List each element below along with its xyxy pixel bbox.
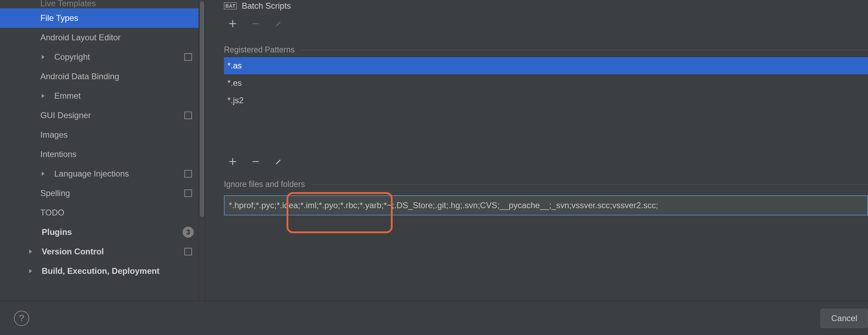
sidebar-item-label: Spelling: [40, 188, 178, 198]
scope-icon: [178, 248, 199, 255]
sidebar-item-label: Live Templates: [40, 0, 178, 8]
sidebar-item-copyright[interactable]: Copyright: [0, 47, 199, 67]
sidebar-item-label: GUI Designer: [40, 111, 178, 120]
expand-arrow-icon[interactable]: [40, 171, 54, 177]
pattern-row[interactable]: *.es: [224, 74, 868, 92]
sidebar-item-live-templates[interactable]: Live Templates: [0, 0, 199, 8]
sidebar-item-label: Copyright: [54, 52, 178, 62]
registered-patterns-list[interactable]: *.as*.es*.js2: [224, 57, 868, 148]
filetype-toolbar: [224, 12, 868, 35]
sidebar-item-plugins[interactable]: Plugins3: [0, 222, 199, 242]
sidebar-item-label: File Types: [40, 13, 178, 23]
sidebar-item-gui-designer[interactable]: GUI Designer: [0, 106, 199, 125]
scope-icon: [178, 170, 199, 178]
sidebar-item-language-injections[interactable]: Language Injections: [0, 164, 199, 183]
scope-icon: [178, 112, 199, 119]
sidebar-item-android-data-binding[interactable]: Android Data Binding: [0, 67, 199, 86]
sidebar-scrollbar[interactable]: [199, 0, 205, 301]
edit-pattern-button[interactable]: [273, 156, 284, 167]
remove-pattern-button[interactable]: [250, 156, 261, 167]
cancel-button[interactable]: Cancel: [820, 309, 868, 328]
remove-filetype-button[interactable]: [250, 18, 261, 29]
sidebar-item-label: Intentions: [40, 149, 178, 159]
settings-content: BAT Batch Scripts Registered Patterns *.…: [205, 0, 868, 301]
ignore-files-input[interactable]: [224, 195, 868, 215]
patterns-toolbar: [224, 150, 868, 173]
sidebar-item-label: Build, Execution, Deployment: [42, 266, 178, 276]
dialog-footer: ? Cancel: [0, 301, 868, 335]
sidebar-item-label: Version Control: [42, 247, 178, 256]
expand-arrow-icon[interactable]: [40, 93, 54, 99]
expand-arrow-icon[interactable]: [28, 268, 42, 274]
expand-arrow-icon[interactable]: [40, 54, 54, 60]
pattern-row[interactable]: *.as: [224, 57, 868, 74]
sidebar-item-android-layout-editor[interactable]: Android Layout Editor: [0, 28, 199, 47]
sidebar-item-emmet[interactable]: Emmet: [0, 86, 199, 106]
sidebar-item-label: Language Injections: [54, 169, 178, 179]
scope-icon: [178, 189, 199, 197]
add-pattern-button[interactable]: [227, 156, 238, 167]
expand-arrow-icon[interactable]: [28, 249, 42, 254]
sidebar-item-label: Plugins: [42, 227, 178, 237]
registered-patterns-label: Registered Patterns: [224, 45, 295, 55]
ignore-files-label: Ignore files and folders: [224, 180, 305, 189]
sidebar-item-images[interactable]: Images: [0, 125, 199, 145]
edit-filetype-button[interactable]: [273, 18, 284, 29]
settings-sidebar: Live TemplatesFile TypesAndroid Layout E…: [0, 0, 205, 301]
sidebar-item-label: TODO: [40, 208, 178, 218]
sidebar-item-label: Emmet: [54, 91, 178, 101]
sidebar-item-build-execution-deployment[interactable]: Build, Execution, Deployment: [0, 261, 199, 281]
scope-icon: [178, 53, 199, 61]
help-button[interactable]: ?: [14, 311, 29, 326]
add-filetype-button[interactable]: [227, 18, 238, 29]
filetype-bat-icon: BAT: [224, 2, 237, 9]
sidebar-item-intentions[interactable]: Intentions: [0, 145, 199, 164]
sidebar-item-spelling[interactable]: Spelling: [0, 183, 199, 203]
sidebar-item-label: Images: [40, 130, 178, 140]
divider: [301, 50, 868, 50]
sidebar-item-file-types[interactable]: File Types: [0, 8, 199, 28]
sidebar-item-todo[interactable]: TODO: [0, 203, 199, 222]
plugins-count-badge: 3: [178, 227, 199, 238]
sidebar-item-label: Android Layout Editor: [40, 33, 178, 42]
sidebar-scrollbar-thumb[interactable]: [200, 1, 204, 217]
divider: [311, 184, 868, 185]
sidebar-item-version-control[interactable]: Version Control: [0, 242, 199, 261]
filetype-list-item[interactable]: BAT Batch Scripts: [224, 0, 868, 12]
pattern-row[interactable]: *.js2: [224, 92, 868, 109]
filetype-label: Batch Scripts: [242, 1, 291, 11]
sidebar-item-label: Android Data Binding: [40, 72, 178, 81]
